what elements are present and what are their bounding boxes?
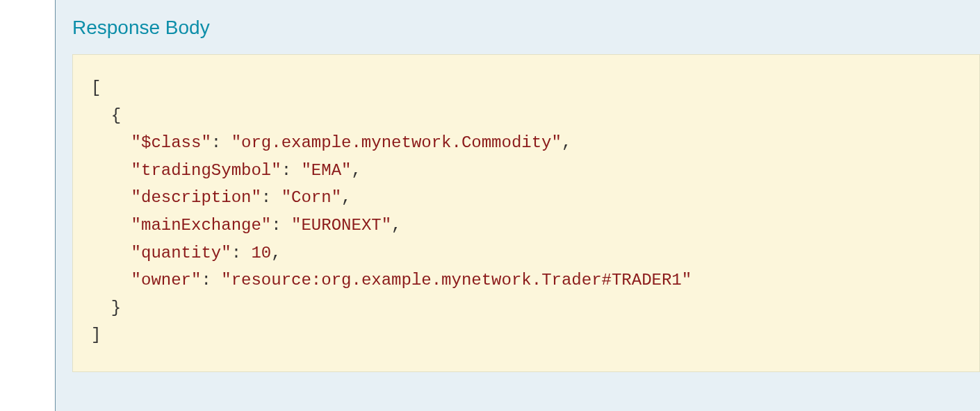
response-body-code[interactable]: [ { "$class": "org.example.mynetwork.Com…: [72, 54, 980, 372]
json-comma: ,: [341, 188, 351, 207]
json-val-mainExchange: "EURONEXT": [291, 216, 391, 235]
json-val-owner: "resource:org.example.mynetwork.Trader#T…: [221, 271, 692, 290]
response-body-title: Response Body: [72, 17, 980, 39]
json-val-class: "org.example.mynetwork.Commodity": [231, 133, 562, 152]
json-colon: :: [231, 244, 252, 262]
json-colon: :: [271, 216, 291, 235]
json-brace-close: }: [111, 299, 121, 317]
json-key-description: "description": [131, 188, 261, 207]
json-val-tradingSymbol: "EMA": [301, 161, 351, 180]
json-val-quantity: 10: [251, 244, 271, 262]
json-colon: :: [201, 271, 221, 290]
json-comma: ,: [562, 133, 571, 152]
json-colon: :: [281, 161, 302, 180]
json-val-description: "Corn": [281, 188, 341, 207]
json-brace-open: {: [111, 106, 121, 125]
json-key-class: "$class": [131, 133, 211, 152]
json-colon: :: [261, 188, 281, 207]
json-key-owner: "owner": [131, 271, 202, 290]
json-bracket-open: [: [91, 78, 101, 97]
response-panel: Response Body [ { "$class": "org.example…: [56, 0, 980, 411]
left-gutter: [0, 0, 56, 411]
json-colon: :: [211, 133, 231, 152]
json-comma: ,: [391, 216, 401, 235]
json-bracket-close: ]: [91, 326, 101, 344]
json-comma: ,: [271, 244, 281, 262]
response-container: Response Body [ { "$class": "org.example…: [0, 0, 980, 411]
json-key-mainExchange: "mainExchange": [131, 216, 272, 235]
json-key-tradingSymbol: "tradingSymbol": [131, 161, 281, 180]
json-key-quantity: "quantity": [131, 244, 231, 262]
json-comma: ,: [351, 161, 361, 180]
